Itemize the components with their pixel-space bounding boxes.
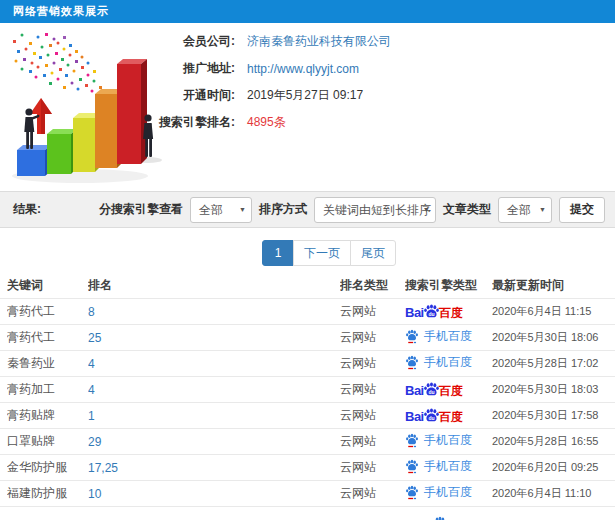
table-row: 秦鲁药业4云网站 手机百度 2020年5月28日 17:02 (0, 350, 615, 376)
article-type-label: 文章类型 (443, 201, 491, 218)
keyword-cell: 秦鲁药业 (7, 355, 88, 372)
keyword-cell: 膏药代工 (7, 303, 88, 320)
update-time-cell: 2020年5月30日 17:58 (492, 408, 615, 423)
info-row-ranking-count: 搜索引擎排名: 4895条 (150, 109, 391, 136)
baidu-logo[interactable]: Bai du 百度 (405, 408, 463, 423)
info-row-url: 推广地址: http://www.qlyyjt.com (150, 55, 391, 82)
account-info-fields: 会员公司: 济南秦鲁药业科技有限公司 推广地址: http://www.qlyy… (150, 28, 391, 136)
caret-down-icon: ▼ (423, 198, 430, 222)
confetti-dots-icon (13, 33, 102, 93)
company-label: 会员公司: (150, 33, 235, 50)
info-row-open-time: 开通时间: 2019年5月27日 09:17 (150, 82, 391, 109)
bar-green (47, 129, 77, 174)
engine-cell: 手机百度 (405, 484, 492, 503)
promo-url-link[interactable]: http://www.qlyyjt.com (247, 62, 359, 76)
baidu-logo-bai-text: Bai (405, 306, 424, 319)
update-time-cell: 2020年5月28日 17:02 (492, 356, 615, 371)
promo-url-label: 推广地址: (150, 60, 235, 77)
rank-link[interactable]: 10 (88, 487, 101, 501)
rank-cell: 25 (88, 331, 340, 345)
rank-type-cell: 云网站 (340, 355, 405, 372)
svg-text:du: du (428, 310, 434, 316)
engine-cell: Bai du 百度 (405, 382, 492, 398)
open-time-value: 2019年5月27日 09:17 (247, 87, 363, 104)
mobile-baidu-logo[interactable]: 手机百度 (405, 432, 472, 449)
svg-text:du: du (428, 388, 434, 394)
rank-link[interactable]: 29 (88, 435, 101, 449)
update-time-cell: 2020年6月4日 11:15 (492, 304, 615, 319)
next-page-button[interactable]: 下一页 (293, 240, 351, 266)
update-time-cell: 2020年5月30日 18:06 (492, 330, 615, 345)
baidu-logo[interactable]: Bai du 百度 (405, 382, 463, 397)
rank-type-cell: 云网站 (340, 485, 405, 502)
rank-link[interactable]: 8 (88, 305, 95, 319)
article-type-value: 全部 (507, 203, 531, 217)
results-label: 结果: (13, 201, 41, 218)
rank-type-cell: 云网站 (340, 303, 405, 320)
rank-link[interactable]: 4 (88, 383, 95, 397)
company-link[interactable]: 济南秦鲁药业科技有限公司 (247, 33, 391, 50)
keyword-cell: 口罩贴牌 (7, 433, 88, 450)
submit-button[interactable]: 提交 (559, 197, 605, 223)
engine-filter-select[interactable]: 全部 ▼ (190, 197, 252, 223)
page-title: 网络营销效果展示 (13, 0, 109, 23)
mobile-baidu-label: 手机百度 (424, 458, 472, 475)
keyword-cell: 膏药加工 (7, 381, 88, 398)
ranking-count-label: 搜索引擎排名: (150, 114, 235, 131)
page-1-button[interactable]: 1 (262, 240, 294, 266)
rank-type-cell: 云网站 (340, 329, 405, 346)
update-time-cell: 2020年5月30日 18:03 (492, 382, 615, 397)
marketing-report-page: 网络营销效果展示 (0, 0, 615, 520)
mobile-baidu-label: 手机百度 (424, 432, 472, 449)
baidu-paw-icon: du (423, 304, 440, 320)
mobile-baidu-logo[interactable]: 手机百度 (405, 354, 472, 371)
mobile-baidu-logo[interactable]: 手机百度 (405, 458, 472, 475)
ranking-count-value: 4895条 (247, 114, 286, 131)
sort-value: 关键词由短到长排序 (323, 203, 431, 217)
pagination: 1 下一页 尾页 (262, 240, 396, 266)
engine-filter-value: 全部 (199, 203, 223, 217)
page-header: 网络营销效果展示 (0, 0, 615, 23)
caret-down-icon: ▼ (539, 198, 546, 222)
mobile-baidu-label: 手机百度 (424, 484, 472, 501)
account-info-section: 会员公司: 济南秦鲁药业科技有限公司 推广地址: http://www.qlyy… (0, 23, 615, 191)
rank-type-cell: 云网站 (340, 407, 405, 424)
baidu-logo-cn-text: 百度 (439, 385, 463, 397)
baidu-logo[interactable]: Bai du 百度 (405, 304, 463, 319)
mobile-baidu-label: 手机百度 (424, 328, 472, 345)
engine-cell: 手机百度 (405, 354, 492, 373)
update-time-cell: 2020年6月4日 11:10 (492, 486, 615, 501)
mobile-baidu-logo[interactable]: 手机百度 (405, 484, 472, 501)
keyword-cell: 福建防护服 (7, 485, 88, 502)
mobile-baidu-label: 手机百度 (424, 354, 472, 371)
sort-label: 排序方式 (259, 201, 307, 218)
mobile-baidu-paw-icon (405, 433, 419, 448)
svg-text:du: du (428, 414, 434, 420)
header-rank-type: 排名类型 (340, 277, 405, 294)
rank-type-cell: 云网站 (340, 433, 405, 450)
baidu-paw-icon: du (423, 382, 440, 398)
rank-link[interactable]: 1 (88, 409, 95, 423)
rank-cell: 1 (88, 409, 340, 423)
rank-link[interactable]: 4 (88, 357, 95, 371)
article-type-select[interactable]: 全部 ▼ (498, 197, 552, 223)
bar-red (117, 59, 147, 164)
caret-down-icon: ▼ (239, 198, 246, 222)
table-row: 膏药代工8云网站 Bai du 百度 2020年6月4日 11:15 (0, 298, 615, 324)
rank-cell: 17,25 (88, 461, 340, 475)
rank-link[interactable]: 25 (88, 331, 101, 345)
mobile-baidu-paw-icon (405, 459, 419, 474)
filter-controls: 分搜索引擎查看 全部 ▼ 排序方式 关键词由短到长排序 ▼ 文章类型 全部 ▼ … (99, 197, 605, 223)
table-row: 膏药贴牌1云网站 Bai du 百度 2020年5月30日 17:58 (0, 402, 615, 428)
table-row: 金华防护服17,25云网站 手机百度 2020年6月20日 09:25 (0, 454, 615, 480)
engine-cell: 手机百度 (405, 432, 492, 451)
rank-link[interactable]: 17,25 (88, 461, 118, 475)
sort-select[interactable]: 关键词由短到长排序 ▼ (314, 197, 436, 223)
mobile-baidu-paw-icon (405, 329, 419, 344)
update-time-cell: 2020年5月28日 16:55 (492, 434, 615, 449)
rank-cell: 8 (88, 305, 340, 319)
table-row: 膏药代工25云网站 手机百度 2020年5月30日 18:06 (0, 324, 615, 350)
mobile-baidu-paw-icon (405, 355, 419, 370)
mobile-baidu-logo[interactable]: 手机百度 (405, 328, 472, 345)
last-page-button[interactable]: 尾页 (350, 240, 396, 266)
